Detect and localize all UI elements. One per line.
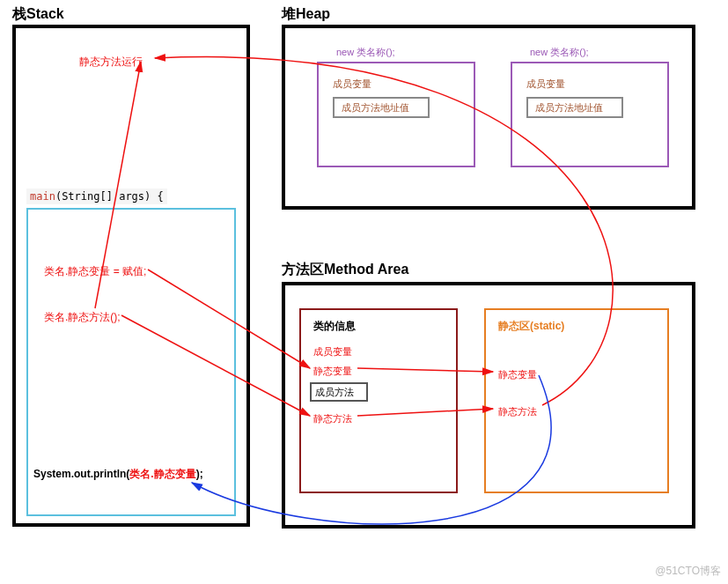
line-assign: 类名.静态变量 = 赋值;	[44, 264, 146, 279]
ci-static-var: 静态变量	[313, 365, 352, 378]
heap-obj2-var: 成员变量	[526, 78, 565, 91]
method-area-title: 方法区Method Area	[282, 261, 408, 279]
line-call: 类名.静态方法();	[44, 310, 121, 325]
heap-obj2-new: new 类名称();	[530, 46, 589, 59]
heap-obj1-addr: 成员方法地址值	[342, 101, 409, 115]
main-rest: (String[] args) {	[55, 190, 164, 203]
static-zone-box	[484, 308, 669, 493]
sz-static-var: 静态变量	[498, 368, 537, 381]
ci-member-method: 成员方法	[315, 386, 354, 399]
class-info-title: 类的信息	[313, 319, 356, 334]
heap-title: 堆Heap	[282, 5, 330, 24]
heap-obj2-addr: 成员方法地址值	[535, 101, 603, 115]
heap-obj1-var: 成员变量	[333, 78, 371, 91]
watermark: @51CTO博客	[655, 564, 721, 579]
println-arg: 类名.静态变量	[129, 468, 195, 480]
stack-title: 栈Stack	[12, 5, 64, 24]
main-signature: main(String[] args) {	[26, 189, 167, 204]
diagram-canvas: 栈Stack 静态方法运行 main(String[] args) { 类名.静…	[0, 0, 728, 584]
ci-member-var: 成员变量	[313, 345, 352, 359]
static-method-run-label: 静态方法运行	[79, 55, 143, 70]
println-line: System.out.println(类名.静态变量);	[33, 467, 203, 482]
println-black: System.out.println(	[33, 468, 129, 480]
sz-static-method: 静态方法	[498, 405, 537, 418]
main-keyword: main	[30, 190, 55, 203]
println-close: );	[196, 468, 203, 480]
static-zone-title: 静态区(static)	[498, 319, 564, 334]
ci-static-method: 静态方法	[313, 412, 352, 425]
heap-obj1-new: new 类名称();	[336, 46, 395, 59]
